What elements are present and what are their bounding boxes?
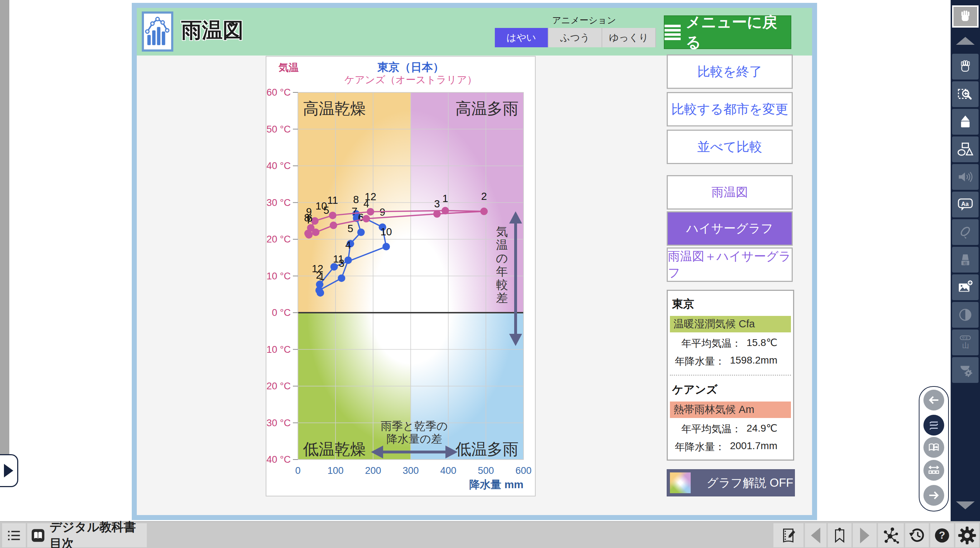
svg-text:の: の <box>496 252 508 265</box>
animation-speed-fast-button[interactable]: はやい <box>495 28 549 47</box>
graph-commentary-toggle[interactable]: グラフ解説 OFF <box>667 469 795 496</box>
book-jump-button[interactable] <box>923 437 944 458</box>
svg-text:8: 8 <box>353 194 359 205</box>
view-hythergraph-button[interactable]: ハイサーグラフ <box>667 211 793 246</box>
zoom-select-button[interactable] <box>952 81 978 107</box>
forward-arrow-button[interactable] <box>923 485 944 506</box>
svg-text:2: 2 <box>481 191 487 202</box>
svg-text:11: 11 <box>327 194 338 206</box>
scroll-up-icon[interactable] <box>956 37 975 45</box>
avg-temp-value: 24.9℃ <box>746 422 777 436</box>
svg-text:40 °C: 40 °C <box>266 161 291 171</box>
shapes-icon <box>957 141 974 158</box>
hand-tool-active-button[interactable] <box>952 5 978 27</box>
toc-label: デジタル教科書目次 <box>49 519 147 548</box>
svg-text:400: 400 <box>440 465 456 476</box>
bar-line-chart-icon <box>142 11 173 52</box>
shapes-tool-button[interactable] <box>952 137 978 162</box>
animation-speed-normal-button[interactable]: ふつう <box>549 28 602 47</box>
next-page-icon <box>860 527 869 543</box>
precip-value: 1598.2mm <box>730 355 777 368</box>
back-arrow-icon <box>927 393 940 407</box>
svg-text:7: 7 <box>352 206 357 217</box>
side-by-side-button[interactable]: 並べて比較 <box>667 130 793 164</box>
network-icon <box>881 526 900 545</box>
memo-icon <box>780 527 797 545</box>
page-nav-pill <box>919 386 949 511</box>
expand-drawer-icon <box>4 464 13 478</box>
svg-text:30 °C: 30 °C <box>266 198 291 208</box>
spread-pages-icon <box>927 464 940 477</box>
help-button[interactable] <box>930 523 954 547</box>
display-settings-button[interactable] <box>952 357 978 383</box>
contrast-button[interactable] <box>952 302 978 328</box>
svg-text:降水量 mm: 降水量 mm <box>469 478 523 490</box>
scroll-down-icon[interactable] <box>956 502 975 509</box>
add-image-button[interactable] <box>952 274 978 300</box>
svg-text:ケアンズ（オーストラリア）: ケアンズ（オーストラリア） <box>344 74 477 85</box>
animation-speed-slow-button[interactable]: ゆっくり <box>602 28 656 47</box>
svg-text:0: 0 <box>295 465 301 476</box>
history-button[interactable] <box>905 523 929 547</box>
svg-text:60 °C: 60 °C <box>266 87 291 98</box>
settings-gear-icon <box>958 526 977 545</box>
svg-text:高温多雨: 高温多雨 <box>455 100 519 117</box>
svg-text:500: 500 <box>478 465 494 476</box>
text-bubble-button[interactable] <box>952 192 978 217</box>
settings-button[interactable] <box>955 523 979 547</box>
precip-label: 年降水量： <box>675 440 725 454</box>
return-to-menu-button[interactable]: メニューに戻る <box>664 15 791 49</box>
svg-text:0 °C: 0 °C <box>272 307 291 318</box>
textbook-toc-button[interactable]: デジタル教科書目次 <box>27 523 147 547</box>
animation-controls: アニメーション はやい ふつう ゆっくり <box>495 11 660 54</box>
end-comparison-button[interactable]: 比較を終了 <box>667 54 793 89</box>
svg-text:東京（日本）: 東京（日本） <box>377 61 444 73</box>
speaker-button[interactable] <box>952 164 978 190</box>
svg-text:雨季と乾季の: 雨季と乾季の <box>380 420 447 432</box>
expand-drawer-button[interactable] <box>0 454 18 487</box>
divider <box>670 374 791 376</box>
svg-text:11: 11 <box>333 253 344 265</box>
svg-text:年: 年 <box>496 265 508 278</box>
back-arrow-button[interactable] <box>923 390 944 411</box>
spread-pages-button[interactable] <box>923 460 944 481</box>
steps-list-button[interactable] <box>923 415 944 435</box>
hythergraph-panel: 60 °C50 °C40 °C30 °C20 °C10 °C0 °C-10 °C… <box>266 56 536 496</box>
svg-text:300: 300 <box>402 465 418 476</box>
view-combined-button[interactable]: 雨温図＋ハイサーグラフ <box>667 247 793 282</box>
bookmark-button[interactable] <box>828 523 851 547</box>
paperclip-button[interactable] <box>952 219 978 245</box>
city-name: ケアンズ <box>672 382 789 397</box>
furigana-button[interactable] <box>952 330 978 355</box>
city-info-panel: 東京 温暖湿潤気候 Cfa 年平均気温： 15.8℃ 年降水量： 1598.2m… <box>667 290 794 460</box>
hand-tool-button[interactable] <box>952 54 978 80</box>
svg-text:低温乾燥: 低温乾燥 <box>303 440 366 458</box>
app-frame: 雨温図 アニメーション はやい ふつう ゆっくり メニューに戻る <box>132 3 817 520</box>
speaker-icon <box>957 169 974 185</box>
prev-page-icon <box>811 527 820 543</box>
menu-icon <box>665 23 681 42</box>
climate-badge: 熱帯雨林気候 Am <box>670 401 791 418</box>
animation-label: アニメーション <box>552 14 616 26</box>
precip-label: 年降水量： <box>675 355 725 368</box>
svg-text:低温多雨: 低温多雨 <box>455 440 519 458</box>
help-icon <box>933 527 951 545</box>
svg-text:1: 1 <box>442 193 448 204</box>
pen-tool-button[interactable] <box>952 109 978 135</box>
zoom-select-icon <box>957 86 974 102</box>
highlighter-icon <box>958 252 973 268</box>
next-page-button[interactable] <box>853 523 877 547</box>
paperclip-icon <box>958 224 973 240</box>
memo-button[interactable] <box>773 523 803 547</box>
bookmark-icon <box>831 527 849 545</box>
toc-list-button[interactable] <box>2 523 26 547</box>
view-rain-temp-button[interactable]: 雨温図 <box>667 175 793 210</box>
hand-icon <box>958 9 973 24</box>
change-city-button[interactable]: 比較する都市を変更 <box>667 92 793 126</box>
related-links-button[interactable] <box>878 523 904 547</box>
graph-commentary-label: グラフ解説 OFF <box>706 475 793 491</box>
prev-page-button[interactable] <box>805 523 826 547</box>
app-header: 雨温図 アニメーション はやい ふつう ゆっくり メニューに戻る <box>137 8 812 56</box>
highlighter-button[interactable] <box>952 247 978 272</box>
svg-text:差: 差 <box>496 291 508 304</box>
